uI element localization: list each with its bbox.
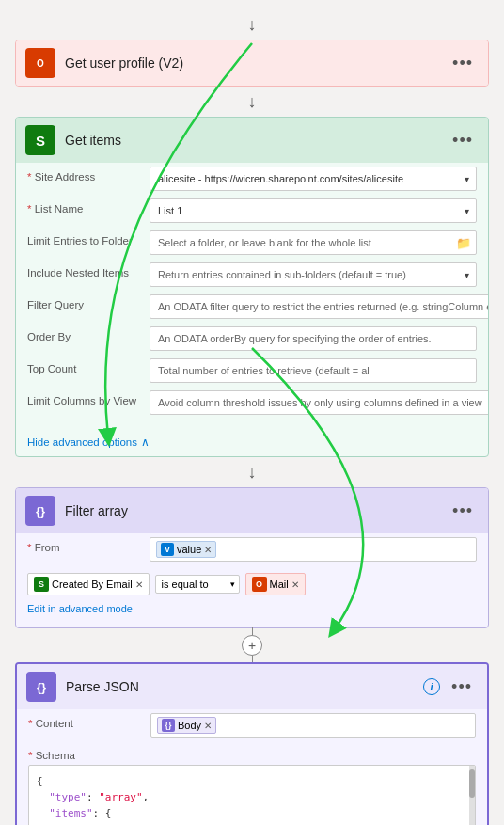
- schema-label: * Schema: [28, 745, 476, 765]
- add-step-btn[interactable]: +: [242, 635, 262, 656]
- content-row: * Content {} Body ✕: [28, 713, 476, 739]
- content-field[interactable]: {} Body ✕: [150, 713, 476, 738]
- content-label: * Content: [28, 713, 150, 729]
- filter-condition-row: S Created By Email ✕ is equal to ▾ O Mai…: [27, 569, 477, 599]
- list-name-chevron: ▾: [465, 206, 469, 216]
- body-tag-label: Body: [178, 720, 201, 731]
- nested-items-value: Return entries contained in sub-folders …: [158, 269, 406, 280]
- top-count-placeholder: Total number of entries to retrieve (def…: [158, 365, 370, 376]
- list-name-value: List 1: [158, 205, 182, 216]
- top-arrow: ↓: [15, 9, 489, 40]
- user-profile-more-btn[interactable]: •••: [447, 52, 479, 75]
- parse-json-body: * Content {} Body ✕ * Schema {: [17, 709, 487, 825]
- list-name-label: * List Name: [27, 198, 150, 214]
- limit-columns-label: Limit Columns by View: [27, 390, 150, 406]
- created-by-icon: S: [34, 577, 49, 592]
- site-address-label: * Site Address: [27, 167, 150, 182]
- top-count-label: Top Count: [27, 358, 150, 374]
- site-address-value: alicesite - https://wicren.sharepoint.co…: [158, 173, 403, 184]
- order-by-placeholder: An ODATA orderBy query for specifying th…: [158, 333, 432, 344]
- order-by-field[interactable]: An ODATA orderBy query for specifying th…: [150, 326, 477, 351]
- arrow-3: ↓: [15, 457, 489, 487]
- mail-icon: O: [252, 577, 267, 592]
- limit-columns-row: Limit Columns by View Avoid column thres…: [27, 390, 477, 417]
- svg-text:O: O: [37, 58, 44, 69]
- parse-json-title: Parse JSON: [66, 679, 423, 694]
- parse-json-card: {} Parse JSON i ••• * Content {} Body ✕: [15, 662, 489, 825]
- get-items-body: * Site Address alicesite - https://wicre…: [16, 163, 488, 430]
- filter-query-placeholder: An ODATA filter query to restrict the en…: [158, 301, 489, 312]
- filter-array-more-btn[interactable]: •••: [447, 500, 479, 523]
- body-tag-close[interactable]: ✕: [204, 721, 212, 731]
- filter-array-title: Filter array: [65, 503, 447, 518]
- sharepoint-icon: S: [25, 125, 55, 155]
- limit-columns-placeholder: Avoid column threshold issues by only us…: [158, 397, 482, 408]
- body-tag-row[interactable]: {} Body ✕: [150, 713, 476, 738]
- schema-scrollbar[interactable]: [469, 766, 475, 825]
- mail-tag: O Mail ✕: [245, 573, 306, 595]
- value-tag: v value ✕: [156, 541, 216, 558]
- get-items-title: Get items: [65, 133, 447, 148]
- nested-items-row: Include Nested Items Return entries cont…: [27, 262, 477, 289]
- filter-array-body: * From v value ✕ S Created By Email: [16, 533, 488, 627]
- created-by-close[interactable]: ✕: [135, 579, 143, 590]
- limit-entries-field[interactable]: Select a folder, or leave blank for the …: [150, 230, 477, 255]
- created-by-email-tag: S Created By Email ✕: [27, 573, 150, 595]
- filter-array-header: {} Filter array •••: [16, 488, 488, 533]
- limit-columns-field[interactable]: Avoid column threshold issues by only us…: [150, 390, 489, 415]
- get-items-more-btn[interactable]: •••: [447, 129, 479, 152]
- chevron-up-icon: ∧: [141, 436, 150, 449]
- info-icon[interactable]: i: [423, 678, 440, 695]
- list-name-field[interactable]: List 1 ▾: [150, 198, 477, 223]
- user-profile-title: Get user profile (V2): [65, 56, 447, 71]
- parse-brace-icon: {}: [26, 672, 56, 702]
- filter-query-row: Filter Query An ODATA filter query to re…: [27, 294, 477, 321]
- site-address-field[interactable]: alicesite - https://wicren.sharepoint.co…: [150, 167, 477, 191]
- top-count-row: Top Count Total number of entries to ret…: [27, 358, 477, 385]
- edit-advanced-btn[interactable]: Edit in advanced mode: [27, 599, 477, 620]
- nested-items-field[interactable]: Return entries contained in sub-folders …: [150, 262, 477, 287]
- parse-json-header: {} Parse JSON i •••: [17, 664, 487, 709]
- from-row: * From v value ✕: [27, 537, 477, 563]
- condition-op-label: is equal to: [162, 579, 209, 590]
- nested-items-label: Include Nested Items: [27, 262, 150, 278]
- schema-content[interactable]: { "type": "array", "items": { "type": "o…: [28, 765, 476, 825]
- filter-query-label: Filter Query: [27, 294, 150, 310]
- plus-connector: +: [15, 628, 489, 662]
- from-field[interactable]: v value ✕: [150, 537, 477, 562]
- limit-entries-label: Limit Entries to Folder: [27, 230, 150, 246]
- site-address-chevron: ▾: [465, 174, 469, 184]
- value-tag-label: value: [177, 544, 201, 555]
- site-address-row: * Site Address alicesite - https://wicre…: [27, 167, 477, 193]
- limit-entries-placeholder: Select a folder, or leave blank for the …: [158, 237, 371, 248]
- from-label: * From: [27, 537, 150, 553]
- arrow-2: ↓: [15, 87, 489, 117]
- body-tag-icon: {}: [162, 719, 175, 732]
- created-by-label: Created By Email: [52, 579, 133, 590]
- mail-tag-close[interactable]: ✕: [291, 579, 299, 590]
- mail-label: Mail: [270, 579, 289, 590]
- value-tag-close[interactable]: ✕: [204, 545, 212, 555]
- condition-operator[interactable]: is equal to ▾: [155, 575, 240, 594]
- nested-items-chevron: ▾: [465, 270, 469, 280]
- top-count-field[interactable]: Total number of entries to retrieve (def…: [150, 358, 477, 383]
- order-by-label: Order By: [27, 326, 150, 342]
- schema-row: * Schema { "type": "array", "items": { "…: [28, 745, 476, 825]
- filter-brace-icon: {}: [25, 496, 55, 526]
- limit-entries-row: Limit Entries to Folder Select a folder,…: [27, 230, 477, 257]
- get-items-card: S Get items ••• * Site Address alicesite…: [15, 117, 489, 457]
- body-tag: {} Body ✕: [157, 717, 216, 734]
- filter-query-field[interactable]: An ODATA filter query to restrict the en…: [150, 294, 489, 319]
- user-profile-card: O Get user profile (V2) •••: [15, 40, 489, 87]
- hide-advanced-btn[interactable]: Hide advanced options ∧: [16, 430, 488, 456]
- list-name-row: * List Name List 1 ▾: [27, 198, 477, 225]
- value-tag-icon: v: [161, 543, 174, 556]
- op-chevron: ▾: [230, 579, 235, 589]
- order-by-row: Order By An ODATA orderBy query for spec…: [27, 326, 477, 353]
- user-profile-header: O Get user profile (V2) •••: [16, 40, 488, 86]
- parse-json-more-btn[interactable]: •••: [446, 675, 478, 699]
- from-tag-input[interactable]: v value ✕: [150, 537, 477, 562]
- get-items-header: S Get items •••: [16, 118, 488, 163]
- schema-field[interactable]: { "type": "array", "items": { "type": "o…: [28, 765, 476, 825]
- connector-line-top: [252, 627, 253, 635]
